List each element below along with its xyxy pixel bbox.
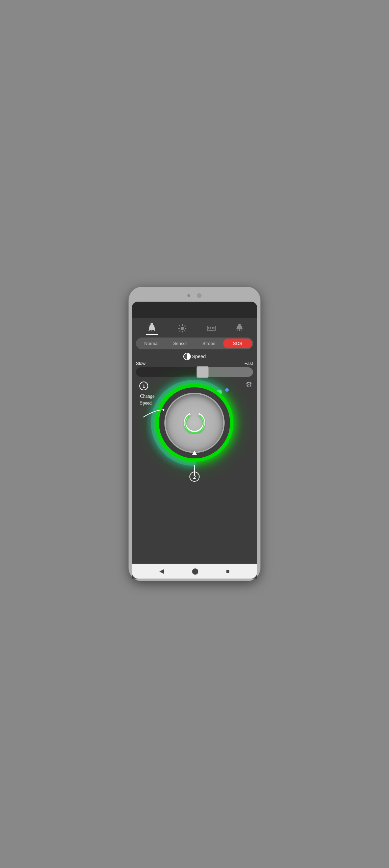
svg-rect-23 bbox=[213, 328, 214, 329]
svg-rect-17 bbox=[210, 327, 211, 328]
phone-top-bar bbox=[132, 291, 257, 300]
svg-line-4 bbox=[148, 330, 150, 331]
speed-label: Speed bbox=[192, 354, 206, 359]
svg-text:Speed: Speed bbox=[140, 400, 152, 406]
svg-text:Change: Change bbox=[140, 394, 155, 399]
step2-circle: 2 bbox=[189, 472, 200, 482]
tab-strobe[interactable]: Strobe bbox=[194, 339, 223, 348]
svg-rect-25 bbox=[238, 324, 241, 326]
android-bottom-nav: ◀ ⬤ ■ bbox=[132, 564, 257, 579]
arc-indicator-dot bbox=[225, 388, 229, 392]
annotation-2: 2 bbox=[189, 465, 200, 482]
nav-keyboard[interactable] bbox=[207, 324, 216, 334]
home-button[interactable]: ⬤ bbox=[192, 567, 199, 575]
svg-line-30 bbox=[241, 330, 242, 330]
svg-rect-21 bbox=[210, 328, 211, 329]
back-button[interactable]: ◀ bbox=[159, 567, 164, 575]
nav-flashlight[interactable] bbox=[146, 323, 158, 335]
svg-marker-33 bbox=[162, 409, 165, 411]
svg-line-29 bbox=[237, 330, 238, 330]
svg-rect-27 bbox=[236, 328, 243, 329]
svg-point-6 bbox=[181, 327, 184, 330]
svg-rect-22 bbox=[212, 328, 213, 329]
tab-sensor[interactable]: Sensor bbox=[166, 339, 194, 348]
power-inner-circle[interactable] bbox=[166, 394, 223, 452]
fast-label: Fast bbox=[245, 361, 253, 366]
svg-rect-18 bbox=[212, 327, 213, 328]
nav-active-line bbox=[146, 334, 158, 335]
svg-marker-1 bbox=[149, 325, 155, 329]
recent-button[interactable]: ■ bbox=[226, 568, 230, 575]
svg-line-14 bbox=[179, 330, 180, 331]
annotation-area: ⚙ 1 Change Speed bbox=[136, 379, 253, 482]
speed-label-row: Speed bbox=[136, 353, 253, 360]
annotation-1: 1 Change Speed bbox=[139, 382, 170, 420]
filter-icon bbox=[236, 324, 243, 334]
svg-rect-16 bbox=[208, 327, 209, 328]
svg-line-5 bbox=[154, 330, 155, 331]
app-content: Normal Sensor Strobe SOS Speed Slow Fast bbox=[132, 318, 257, 564]
slow-fast-row: Slow Fast bbox=[136, 361, 253, 366]
svg-rect-19 bbox=[213, 327, 214, 328]
svg-rect-0 bbox=[151, 323, 153, 325]
nav-bar bbox=[136, 321, 253, 338]
svg-rect-2 bbox=[149, 329, 155, 330]
nav-filter[interactable] bbox=[236, 324, 243, 334]
svg-marker-26 bbox=[236, 326, 243, 328]
app-topbar bbox=[132, 302, 257, 318]
power-symbol-icon bbox=[179, 408, 210, 438]
svg-rect-24 bbox=[209, 330, 214, 330]
brightness-icon bbox=[178, 324, 187, 334]
annotation-arrow-1 bbox=[139, 407, 170, 419]
flashlight-icon bbox=[147, 323, 157, 333]
settings-gear-icon[interactable]: ⚙ bbox=[246, 380, 252, 389]
speed-slider-thumb[interactable] bbox=[197, 366, 209, 378]
tab-normal[interactable]: Normal bbox=[137, 339, 166, 348]
svg-line-11 bbox=[179, 325, 180, 326]
svg-line-12 bbox=[184, 330, 185, 331]
arrow-up-head bbox=[192, 451, 197, 455]
tab-sos[interactable]: SOS bbox=[223, 339, 252, 348]
phone-screen: Normal Sensor Strobe SOS Speed Slow Fast bbox=[132, 302, 257, 579]
phone-frame: Normal Sensor Strobe SOS Speed Slow Fast bbox=[129, 287, 260, 581]
svg-rect-20 bbox=[208, 328, 209, 329]
slow-label: Slow bbox=[136, 361, 145, 366]
camera-dot-small bbox=[187, 294, 190, 297]
nav-brightness[interactable] bbox=[178, 324, 187, 334]
mode-tabs: Normal Sensor Strobe SOS bbox=[136, 338, 253, 349]
svg-line-13 bbox=[184, 325, 185, 326]
speed-circle-icon bbox=[183, 353, 191, 360]
camera-dot-big bbox=[197, 293, 202, 298]
keyboard-icon bbox=[207, 324, 216, 334]
step1-circle: 1 bbox=[139, 382, 148, 390]
